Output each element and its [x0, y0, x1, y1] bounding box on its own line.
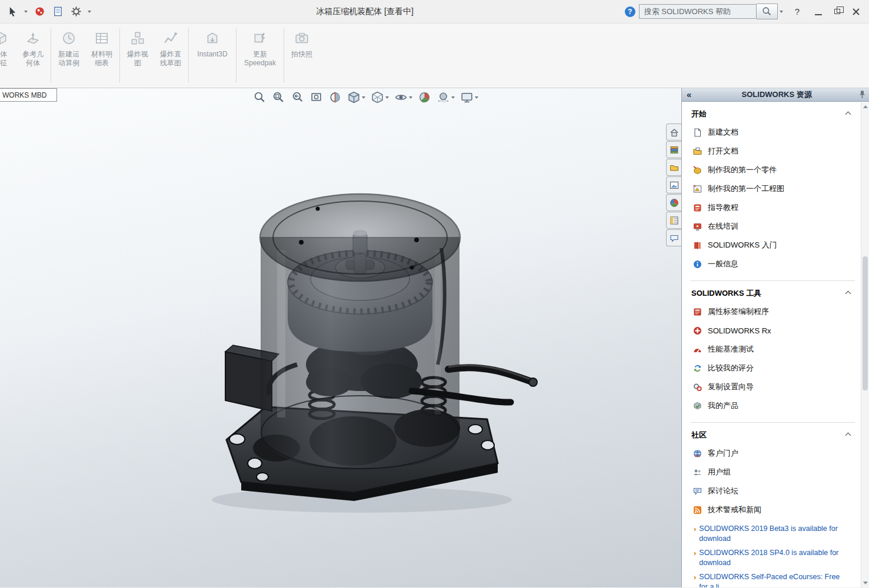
scroll-up-icon[interactable] — [863, 105, 868, 108]
compare-scores-icon — [692, 363, 702, 373]
scroll-down-icon[interactable] — [863, 582, 868, 584]
search-icon[interactable] — [757, 4, 778, 19]
hide-show-dropdown-icon[interactable] — [409, 96, 412, 99]
sw-introduction-icon — [692, 240, 702, 250]
graphics-viewport[interactable]: WORKS MBD — [0, 88, 681, 587]
ribbon-button-take-snapshot[interactable]: 拍快照 — [285, 24, 318, 88]
tab-file-explorer[interactable] — [666, 159, 681, 176]
news-item[interactable]: › SOLIDWORKS 2018 SP4.0 is available for… — [694, 548, 855, 568]
ribbon-button-reference-geometry[interactable]: 参考几 何体 — [16, 24, 49, 88]
previous-view-icon[interactable] — [291, 91, 304, 104]
compressor-3d-model[interactable] — [0, 88, 681, 587]
edit-appearance-icon[interactable] — [418, 91, 431, 104]
item-solidworks-rx[interactable]: SOLIDWORKS Rx — [690, 321, 855, 340]
window-title: 冰箱压缩机装配体 [查看中] — [316, 6, 414, 17]
section-view-icon[interactable] — [328, 91, 342, 104]
tab-solidworks-resources[interactable] — [666, 123, 681, 141]
tab-view-palette[interactable] — [666, 176, 681, 193]
item-my-products[interactable]: 我的产品 — [690, 396, 855, 415]
item-performance-benchmark[interactable]: 性能基准测试 — [690, 340, 855, 359]
ribbon-button-update-speedpak[interactable]: 更新 Speedpak — [238, 24, 282, 88]
ribbon-button-instant3d[interactable]: Instant3D — [190, 24, 235, 88]
news-link[interactable]: SOLIDWORKS 2018 SP4.0 is available for d… — [699, 548, 846, 568]
open-document-icon — [692, 146, 702, 156]
zoom-fit-icon[interactable] — [253, 91, 267, 104]
item-customer-portal[interactable]: 客户门户 — [690, 444, 855, 463]
item-sw-introduction[interactable]: SOLIDWORKS 入门 — [690, 236, 855, 255]
view-settings-icon[interactable] — [460, 91, 478, 104]
help-menu[interactable]: ? — [795, 6, 800, 16]
settings-dropdown-icon[interactable] — [88, 11, 91, 13]
snapshot-camera-icon — [294, 31, 309, 46]
item-copy-settings-wizard[interactable]: 复制设置向导 — [690, 377, 855, 396]
apply-scene-icon[interactable] — [437, 91, 455, 104]
item-first-part[interactable]: 制作我的第一个零件 — [690, 161, 855, 179]
chevron-up-icon — [845, 111, 851, 117]
minimize-button[interactable] — [809, 4, 828, 20]
news-item[interactable]: › SOLIDWORKS 2019 Beta3 is available for… — [694, 524, 855, 544]
item-tech-alerts[interactable]: 技术警戒和新闻 — [690, 500, 855, 519]
new-document-icon — [692, 128, 702, 138]
ribbon-button-new-motion-study[interactable]: 新建运 动算例 — [52, 24, 85, 88]
ribbon-button-explode-line-sketch[interactable]: 爆炸直 线草图 — [154, 24, 187, 88]
item-online-training[interactable]: 在线培训 — [690, 217, 855, 236]
news-link[interactable]: SOLIDWORKS 2019 Beta3 is available for d… — [699, 524, 846, 544]
section-start-header[interactable]: 开始 — [690, 108, 855, 123]
tab-custom-properties[interactable] — [666, 212, 681, 229]
news-bullet-icon: › — [694, 572, 696, 587]
section-tools-header[interactable]: SOLIDWORKS 工具 — [690, 287, 855, 302]
titlebar: 冰箱压缩机装配体 [查看中] ? ? — [0, 0, 869, 24]
chevron-up-icon — [845, 432, 851, 438]
view-orientation-icon[interactable] — [347, 91, 365, 104]
news-item[interactable]: › SOLIDWORKS Self-Paced eCourses: Free f… — [694, 572, 855, 587]
solidworks-mbd-tab[interactable]: WORKS MBD — [0, 88, 57, 102]
search-dropdown-icon[interactable] — [780, 11, 783, 13]
news-link[interactable]: SOLIDWORKS Self-Paced eCourses: Free for… — [699, 572, 846, 587]
scrollbar-thumb[interactable] — [863, 256, 868, 390]
item-compare-scores[interactable]: 比较我的评分 — [690, 359, 855, 377]
apply-scene-dropdown-icon[interactable] — [451, 96, 455, 99]
ribbon-button-assembly-features[interactable]: 配体 特征 — [0, 24, 16, 88]
magnified-selection-icon[interactable] — [309, 91, 323, 104]
tutorials-icon — [692, 203, 702, 213]
instant3d-icon — [205, 31, 220, 46]
ribbon-button-exploded-view[interactable]: 爆炸视 图 — [121, 24, 154, 88]
view-settings-dropdown-icon[interactable] — [475, 96, 478, 99]
tab-design-library[interactable] — [666, 141, 681, 158]
item-property-tab-builder[interactable]: 属性标签编制程序 — [690, 302, 855, 321]
display-style-icon[interactable] — [371, 91, 389, 104]
ribbon-button-bill-of-materials[interactable]: 材料明 细表 — [85, 24, 118, 88]
item-discussion-forum[interactable]: 探讨论坛 — [690, 482, 855, 500]
section-tools: SOLIDWORKS 工具 属性标签编制程序 SOLIDWORKS Rx 性能基… — [690, 280, 855, 415]
tab-appearances[interactable] — [666, 194, 681, 211]
view-orientation-dropdown-icon[interactable] — [362, 96, 365, 99]
taskpane-scrollbar[interactable] — [861, 102, 869, 587]
restore-button[interactable] — [828, 4, 847, 20]
explode-line-sketch-icon — [163, 31, 178, 46]
item-general-info[interactable]: 一般信息 — [690, 255, 855, 273]
help-icon[interactable]: ? — [625, 6, 635, 17]
close-button[interactable] — [847, 4, 865, 20]
hide-show-items-icon[interactable] — [394, 91, 412, 104]
settings-gear-icon[interactable] — [69, 5, 82, 18]
item-tutorials[interactable]: 指导教程 — [690, 198, 855, 217]
section-community: 社区 客户门户 用户组 探讨论坛 技术警戒和新闻 — [690, 422, 855, 587]
select-cursor-icon[interactable] — [6, 5, 19, 18]
section-community-header[interactable]: 社区 — [690, 429, 855, 444]
select-dropdown-icon[interactable] — [24, 11, 28, 13]
pin-icon[interactable] — [857, 90, 867, 99]
document-icon[interactable] — [51, 5, 64, 18]
item-first-drawing[interactable]: 制作我的第一个工程图 — [690, 179, 855, 198]
zoom-to-area-icon[interactable] — [272, 91, 285, 104]
search-input[interactable] — [639, 4, 757, 19]
item-user-groups[interactable]: 用户组 — [690, 463, 855, 482]
ribbon-separator — [119, 28, 120, 83]
benchmark-icon — [692, 345, 702, 355]
collapse-panel-icon[interactable]: « — [687, 89, 691, 99]
item-new-document[interactable]: 新建文档 — [690, 123, 855, 142]
section-start: 开始 新建文档 打开文档 制作我的第一个零件 制作我的第一个工程图 — [690, 108, 855, 273]
item-open-document[interactable]: 打开文档 — [690, 142, 855, 161]
tab-solidworks-forum[interactable] — [666, 229, 681, 246]
task-pane-tab-strip — [666, 123, 681, 247]
display-style-dropdown-icon[interactable] — [385, 96, 389, 99]
